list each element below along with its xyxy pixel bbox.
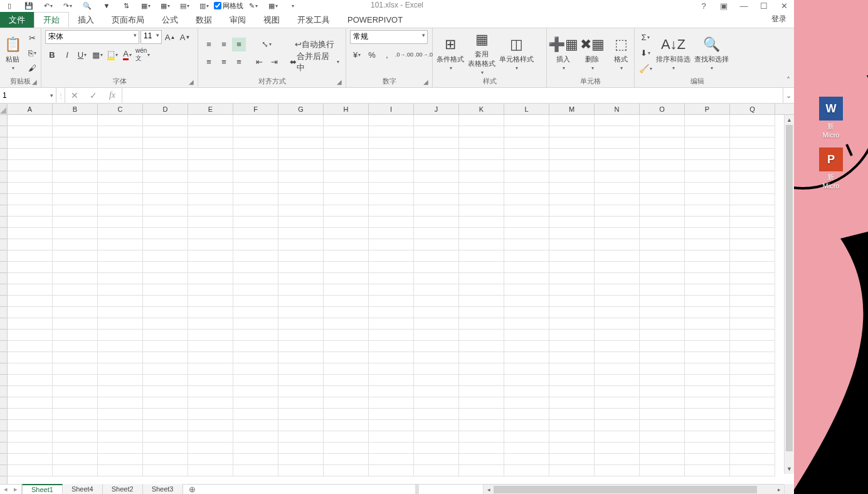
row-header[interactable] (0, 171, 7, 183)
cell[interactable] (369, 397, 414, 409)
column-header[interactable]: C (98, 104, 143, 114)
cell[interactable] (278, 239, 324, 250)
cell[interactable] (595, 228, 640, 239)
decrease-decimal-icon[interactable]: .00→.0 (415, 48, 433, 62)
cell[interactable] (8, 250, 53, 262)
cell[interactable] (504, 273, 549, 284)
clear-icon[interactable]: 🧹▾ (638, 62, 652, 76)
cell[interactable] (640, 330, 685, 341)
cell[interactable] (414, 250, 459, 262)
cell[interactable] (53, 239, 98, 250)
cell[interactable] (369, 171, 414, 183)
cell[interactable] (595, 363, 640, 375)
cell[interactable] (188, 171, 233, 183)
cell[interactable] (549, 318, 595, 330)
cell[interactable] (143, 137, 188, 149)
cell[interactable] (414, 217, 459, 228)
cell[interactable] (504, 262, 549, 273)
cell[interactable] (143, 205, 188, 217)
cell[interactable] (369, 330, 414, 341)
cell[interactable] (549, 341, 595, 352)
cell[interactable] (640, 160, 685, 171)
cell[interactable] (640, 431, 685, 443)
sheet-nav-next-icon[interactable]: ▸ (14, 485, 18, 493)
cell[interactable] (459, 397, 504, 409)
cell[interactable] (685, 217, 730, 228)
cell[interactable] (414, 296, 459, 307)
column-header[interactable]: O (640, 104, 685, 114)
cell[interactable] (459, 149, 504, 160)
cell[interactable] (233, 126, 278, 137)
row-header[interactable] (0, 363, 7, 375)
cell[interactable] (459, 375, 504, 386)
cell[interactable] (8, 307, 53, 318)
cell[interactable] (369, 137, 414, 149)
cell[interactable] (188, 465, 233, 476)
row-header[interactable] (0, 318, 7, 330)
column-header[interactable]: N (595, 104, 640, 114)
cell[interactable] (414, 397, 459, 409)
font-color-button[interactable]: A▾ (120, 48, 134, 62)
row-header[interactable] (0, 262, 7, 273)
row-header[interactable] (0, 431, 7, 443)
cell[interactable] (504, 443, 549, 454)
cell[interactable] (188, 284, 233, 296)
cell[interactable] (8, 443, 53, 454)
cell[interactable] (233, 239, 278, 250)
cell[interactable] (549, 160, 595, 171)
insert-function-icon[interactable]: fx (103, 90, 122, 100)
cell[interactable] (685, 194, 730, 205)
cell[interactable] (98, 330, 143, 341)
filter-icon[interactable]: ▼ (97, 0, 116, 11)
cell[interactable] (549, 386, 595, 397)
underline-button[interactable]: U▾ (75, 48, 89, 62)
row-header[interactable] (0, 307, 7, 318)
cell[interactable] (233, 217, 278, 228)
cell[interactable] (595, 115, 640, 126)
align-bottom-icon[interactable]: ≡ (232, 38, 246, 51)
cell[interactable] (233, 284, 278, 296)
cell[interactable] (640, 420, 685, 431)
cell[interactable] (98, 284, 143, 296)
increase-indent-icon[interactable]: ⇥ (267, 55, 281, 69)
cell[interactable] (278, 341, 324, 352)
cell[interactable] (8, 284, 53, 296)
cell[interactable] (549, 284, 595, 296)
cell[interactable] (53, 183, 98, 194)
cell[interactable] (414, 420, 459, 431)
column-header[interactable]: E (188, 104, 233, 114)
cell[interactable] (504, 330, 549, 341)
cell[interactable] (549, 363, 595, 375)
cell[interactable] (459, 330, 504, 341)
cell[interactable] (595, 454, 640, 465)
cell[interactable] (53, 284, 98, 296)
cell[interactable] (369, 183, 414, 194)
cell[interactable] (278, 307, 324, 318)
cell[interactable] (188, 126, 233, 137)
column-header[interactable]: B (53, 104, 98, 114)
cell[interactable] (504, 409, 549, 420)
cell[interactable] (414, 443, 459, 454)
cell[interactable] (8, 149, 53, 160)
cell[interactable] (685, 228, 730, 239)
cell[interactable] (730, 420, 775, 431)
cell[interactable] (369, 217, 414, 228)
cell[interactable] (53, 465, 98, 476)
cell[interactable] (8, 409, 53, 420)
cell[interactable] (98, 171, 143, 183)
cell[interactable] (414, 409, 459, 420)
grow-font-icon[interactable]: A▲ (163, 30, 177, 44)
cell[interactable] (685, 465, 730, 476)
cell[interactable] (278, 149, 324, 160)
row-header[interactable] (0, 409, 7, 420)
cell[interactable] (414, 194, 459, 205)
cell[interactable] (233, 375, 278, 386)
cell[interactable] (549, 205, 595, 217)
cell[interactable] (640, 465, 685, 476)
cell[interactable] (414, 183, 459, 194)
cell[interactable] (685, 454, 730, 465)
formula-input[interactable] (122, 88, 783, 103)
cell[interactable] (549, 409, 595, 420)
cell[interactable] (685, 363, 730, 375)
cell[interactable] (595, 273, 640, 284)
